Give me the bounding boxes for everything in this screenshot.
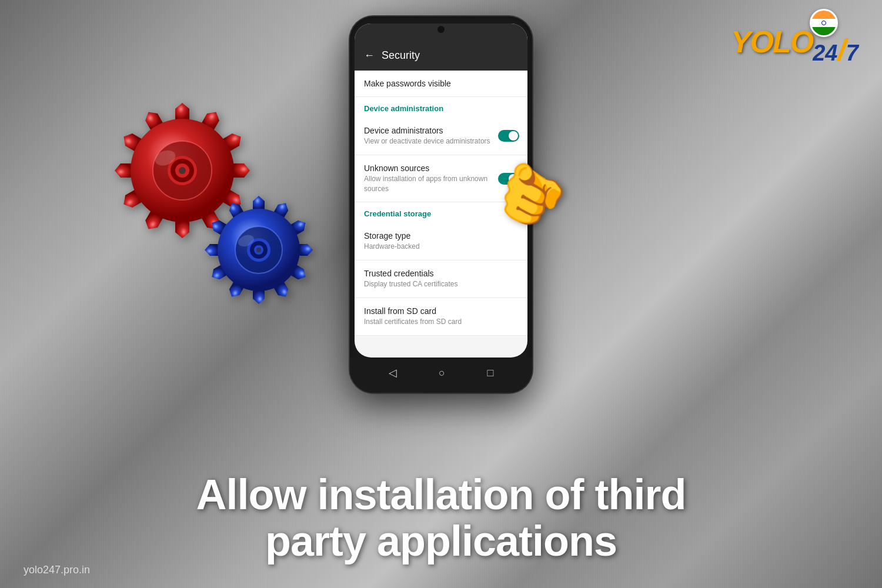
install-sd-subtitle: Install certificates from SD card xyxy=(364,317,518,327)
logo-slash: / xyxy=(837,35,846,65)
logo-24: 24 xyxy=(813,41,837,66)
setting-item-device-admins[interactable]: Device administrators View or deactivate… xyxy=(355,118,527,155)
nav-recents-icon[interactable]: □ xyxy=(487,367,493,379)
svg-point-6 xyxy=(179,167,186,174)
unknown-sources-subtitle: Allow installation of apps from unknown … xyxy=(364,174,492,194)
nav-bar: ◁ ○ □ xyxy=(350,358,532,393)
back-arrow-icon[interactable]: ← xyxy=(364,49,375,62)
logo-7: 7 xyxy=(846,41,858,66)
website-url: yolo247.pro.in xyxy=(24,564,90,576)
section-header-device-admin: Device administration xyxy=(355,97,527,118)
phone-wrapper: ← Security Make passwords visible Device… xyxy=(350,16,532,393)
flag-orange xyxy=(811,11,836,19)
gear-blue-icon xyxy=(197,188,320,312)
nav-back-icon[interactable]: ◁ xyxy=(389,366,397,379)
svg-point-14 xyxy=(256,248,261,252)
toggle-circle xyxy=(509,131,518,141)
main-heading-line2: party applications xyxy=(0,518,882,564)
setting-item-storage-type[interactable]: Storage type Hardware-backed xyxy=(355,223,527,260)
nav-home-icon[interactable]: ○ xyxy=(439,367,445,379)
install-sd-title: Install from SD card xyxy=(364,306,518,316)
passwords-title: Make passwords visible xyxy=(364,79,518,88)
logo-yolo: YOLO xyxy=(731,26,813,57)
setting-item-trusted-credentials[interactable]: Trusted credentials Display trusted CA c… xyxy=(355,260,527,298)
top-bar: ← Security xyxy=(355,40,527,71)
india-flag xyxy=(810,9,838,37)
bottom-text: Allow installation of third party applic… xyxy=(0,472,882,564)
setting-item-passwords[interactable]: Make passwords visible xyxy=(355,71,527,97)
camera-hole xyxy=(437,26,445,33)
main-heading-line1: Allow installation of third xyxy=(0,472,882,518)
flag-white xyxy=(811,19,836,27)
flag-green xyxy=(811,27,836,35)
device-admins-subtitle: View or deactivate device administrators xyxy=(364,136,492,146)
phone: ← Security Make passwords visible Device… xyxy=(350,16,532,393)
storage-type-subtitle: Hardware-backed xyxy=(364,242,518,252)
unknown-sources-title: Unknown sources xyxy=(364,163,492,173)
ashoka-chakra xyxy=(821,21,826,25)
device-admins-title: Device administrators xyxy=(364,126,492,135)
setting-item-install-sd[interactable]: Install from SD card Install certificate… xyxy=(355,298,527,336)
logo-area: YOLO 24 / 7 xyxy=(731,18,858,66)
trusted-credentials-title: Trusted credentials xyxy=(364,269,518,278)
device-admins-toggle[interactable] xyxy=(498,130,519,142)
screen-title: Security xyxy=(382,49,420,62)
storage-type-title: Storage type xyxy=(364,231,518,240)
trusted-credentials-subtitle: Display trusted CA certificates xyxy=(364,279,518,289)
